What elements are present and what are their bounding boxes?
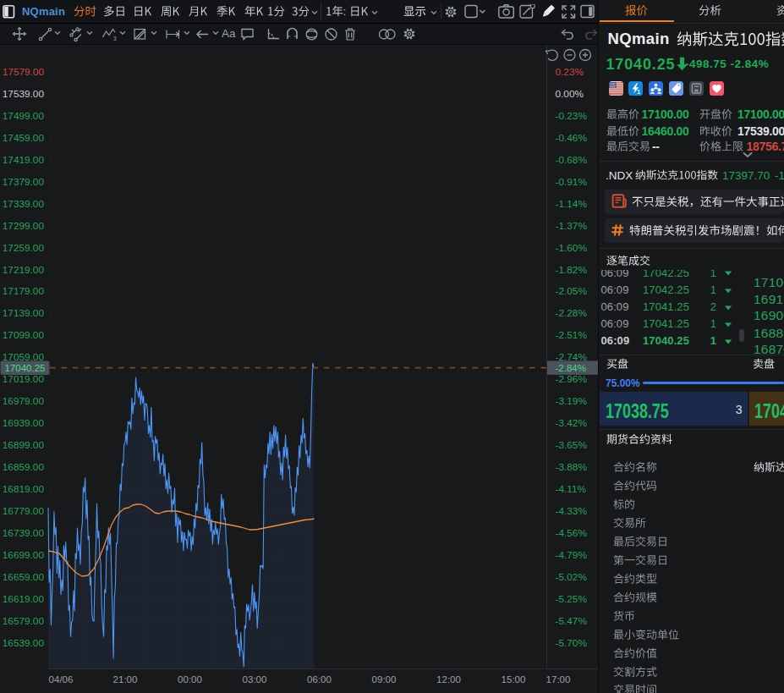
svg-text:17219.00: 17219.00 — [3, 264, 45, 276]
svg-text:-1.82%: -1.82% — [556, 264, 588, 276]
svg-text:15:00: 15:00 — [502, 674, 526, 685]
svg-text:-4.33%: -4.33% — [556, 505, 588, 517]
svg-text:-5.70%: -5.70% — [556, 637, 588, 649]
svg-text:-5.47%: -5.47% — [556, 615, 588, 627]
svg-text:-1.37%: -1.37% — [556, 220, 588, 232]
svg-text:17259.00: 17259.00 — [3, 242, 45, 254]
svg-text:-3.19%: -3.19% — [556, 395, 588, 407]
svg-text:-2.28%: -2.28% — [556, 307, 588, 319]
svg-text:17339.00: 17339.00 — [3, 198, 45, 210]
svg-text:17579.00: 17579.00 — [3, 66, 45, 78]
svg-text:17419.00: 17419.00 — [3, 154, 45, 166]
svg-text:16699.00: 16699.00 — [3, 549, 45, 561]
svg-text:-2.84%: -2.84% — [556, 363, 586, 373]
svg-text:-5.02%: -5.02% — [556, 571, 588, 583]
svg-text:17459.00: 17459.00 — [3, 132, 45, 144]
svg-text:17379.00: 17379.00 — [3, 176, 45, 188]
svg-text:04/06: 04/06 — [49, 674, 74, 685]
svg-text:16939.00: 16939.00 — [3, 417, 45, 429]
svg-text:-2.05%: -2.05% — [556, 285, 588, 297]
svg-text:-4.79%: -4.79% — [556, 549, 588, 561]
svg-text:06:00: 06:00 — [307, 674, 332, 685]
svg-text:-2.96%: -2.96% — [556, 373, 588, 385]
svg-text:17040.25: 17040.25 — [5, 363, 46, 373]
svg-text:17019.00: 17019.00 — [3, 373, 45, 385]
svg-text:17139.00: 17139.00 — [3, 307, 45, 319]
svg-text:00:00: 00:00 — [178, 674, 202, 685]
svg-text:0.00%: 0.00% — [556, 88, 584, 100]
svg-text:3: 3 — [113, 36, 117, 41]
svg-text:-0.68%: -0.68% — [556, 154, 588, 166]
svg-text:-3.88%: -3.88% — [556, 461, 588, 473]
svg-text:17:00: 17:00 — [546, 674, 571, 685]
svg-text:16979.00: 16979.00 — [3, 395, 45, 407]
svg-text:16579.00: 16579.00 — [3, 615, 45, 627]
svg-text:-4.56%: -4.56% — [556, 527, 588, 539]
svg-text:17179.00: 17179.00 — [3, 285, 45, 297]
svg-text:16899.00: 16899.00 — [3, 439, 45, 451]
svg-text:03:00: 03:00 — [243, 674, 267, 685]
svg-text:09:00: 09:00 — [372, 674, 397, 685]
svg-text:-1.60%: -1.60% — [556, 242, 588, 254]
svg-text:16619.00: 16619.00 — [3, 593, 45, 605]
svg-text:-0.46%: -0.46% — [556, 132, 588, 144]
svg-text:16779.00: 16779.00 — [3, 505, 45, 517]
svg-text:17499.00: 17499.00 — [3, 110, 45, 122]
svg-text:1: 1 — [637, 89, 640, 95]
svg-text:-1.14%: -1.14% — [556, 198, 588, 210]
svg-text:17299.00: 17299.00 — [3, 220, 45, 232]
svg-text:17099.00: 17099.00 — [3, 329, 45, 341]
svg-text:-0.91%: -0.91% — [556, 176, 588, 188]
svg-text:-5.25%: -5.25% — [556, 593, 588, 605]
svg-text:16739.00: 16739.00 — [3, 527, 45, 539]
svg-text:12:00: 12:00 — [436, 674, 461, 685]
svg-text:-3.42%: -3.42% — [556, 417, 588, 429]
svg-text:-0.23%: -0.23% — [556, 110, 588, 122]
svg-text:16539.00: 16539.00 — [3, 637, 45, 649]
svg-text:17539.00: 17539.00 — [3, 88, 45, 100]
svg-text:-4.11%: -4.11% — [556, 483, 587, 495]
svg-text:16819.00: 16819.00 — [3, 483, 45, 495]
svg-text:21:00: 21:00 — [113, 674, 138, 685]
svg-text:-3.65%: -3.65% — [556, 439, 588, 451]
svg-text:16859.00: 16859.00 — [3, 461, 45, 473]
svg-text:-2.51%: -2.51% — [556, 329, 588, 341]
svg-text:0.23%: 0.23% — [556, 66, 584, 78]
svg-text:16659.00: 16659.00 — [3, 571, 45, 583]
